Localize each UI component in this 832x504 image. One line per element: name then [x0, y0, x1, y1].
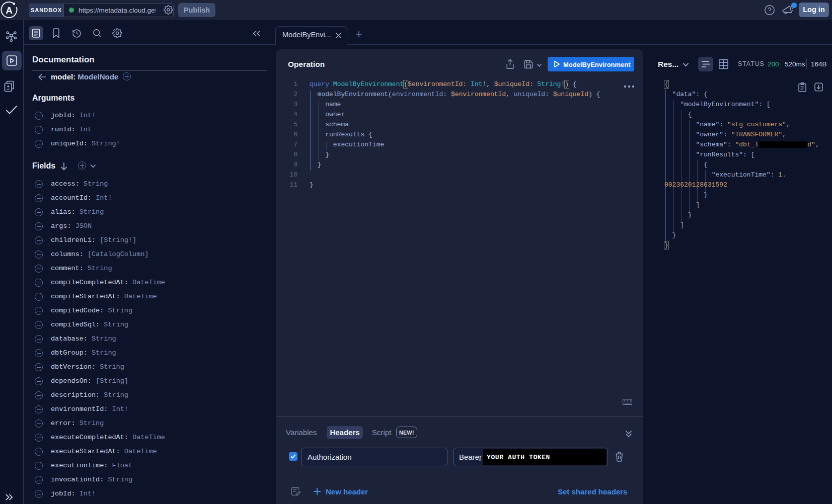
svg-text:A: A — [6, 5, 13, 16]
